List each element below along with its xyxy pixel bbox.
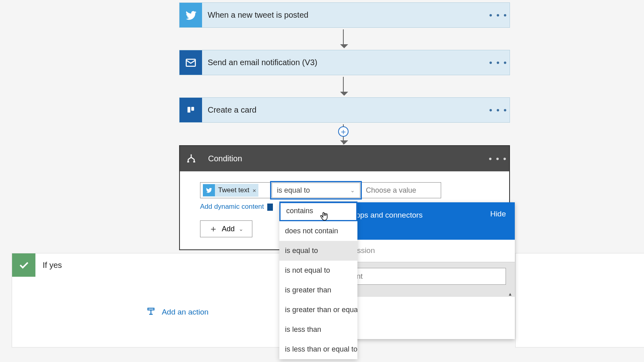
- step-title: Create a card: [202, 105, 487, 115]
- mail-icon: [180, 50, 202, 75]
- step-email[interactable]: Send an email notification (V3) • • •: [179, 50, 510, 75]
- add-label: Add: [222, 225, 235, 233]
- dynamic-content-caret-icon: [267, 204, 273, 211]
- step-trello-card[interactable]: Create a card • • •: [179, 97, 510, 123]
- connector-arrow: [343, 29, 344, 45]
- operator-dropdown-list: contains does not contain is equal to is…: [279, 202, 357, 359]
- condition-icon: [180, 146, 202, 171]
- connector-arrow: [343, 77, 344, 93]
- hide-button[interactable]: Hide: [490, 210, 506, 218]
- more-icon[interactable]: • • •: [487, 105, 510, 115]
- add-action-button[interactable]: Add an action: [146, 307, 208, 317]
- twitter-icon: [180, 3, 202, 27]
- trello-icon: [180, 98, 202, 122]
- more-icon[interactable]: • • •: [487, 58, 510, 68]
- step-title: When a new tweet is posted: [202, 10, 487, 20]
- operator-option-is-lte[interactable]: is less than or equal to: [279, 339, 357, 359]
- branch-if-no: an action: [515, 253, 644, 348]
- more-icon[interactable]: • • •: [487, 154, 509, 164]
- chevron-down-icon: ⌄: [350, 187, 355, 193]
- condition-value-input[interactable]: Choose a value: [361, 182, 441, 198]
- operator-dropdown[interactable]: is equal to ⌄: [270, 181, 362, 200]
- svg-rect-2: [188, 107, 190, 112]
- plus-icon: ＋: [209, 223, 218, 235]
- add-step-button[interactable]: ＋: [338, 126, 349, 137]
- operator-selected: is equal to: [277, 186, 310, 195]
- operator-option-is-less-than[interactable]: is less than: [279, 320, 357, 339]
- chevron-down-icon: ⌄: [239, 226, 244, 232]
- add-action-icon: [146, 307, 156, 317]
- add-action-label: Add an action: [162, 308, 208, 317]
- operator-option-does-not-contain[interactable]: does not contain: [279, 221, 357, 241]
- operator-option-is-equal-to[interactable]: is equal to: [279, 241, 357, 261]
- add-row-button[interactable]: ＋ Add ⌄: [200, 220, 252, 237]
- token-label: Tweet text: [218, 186, 249, 194]
- more-icon[interactable]: • • •: [487, 10, 510, 21]
- condition-header[interactable]: Condition • • •: [180, 146, 509, 171]
- condition-left-operand[interactable]: Tweet text ×: [200, 182, 270, 198]
- condition-title: Condition: [202, 154, 487, 163]
- branch-label: If yes: [35, 261, 62, 270]
- operator-option-contains[interactable]: contains: [279, 202, 357, 221]
- step-title: Send an email notification (V3): [202, 58, 487, 67]
- check-icon: [12, 253, 35, 277]
- remove-token-button[interactable]: ×: [252, 187, 256, 194]
- value-placeholder: Choose a value: [366, 186, 416, 195]
- operator-option-is-not-equal-to[interactable]: is not equal to: [279, 261, 357, 280]
- tweet-text-token[interactable]: Tweet text ×: [203, 184, 258, 197]
- step-twitter-trigger[interactable]: When a new tweet is posted • • •: [179, 2, 510, 28]
- svg-rect-4: [148, 308, 154, 310]
- add-dynamic-content-link[interactable]: Add dynamic content: [200, 203, 264, 211]
- operator-option-is-gte[interactable]: is greater than or equal to: [279, 300, 357, 320]
- svg-rect-3: [191, 107, 194, 110]
- twitter-icon: [203, 184, 215, 196]
- operator-option-is-greater-than[interactable]: is greater than: [279, 280, 357, 300]
